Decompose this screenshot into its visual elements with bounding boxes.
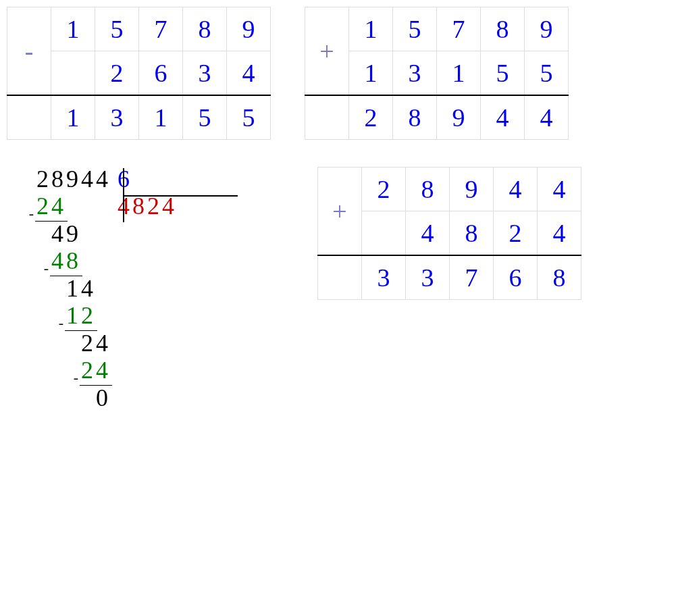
minus-sign-4: -	[65, 370, 78, 385]
add1-res4: 4	[481, 95, 525, 140]
sub-res1: 1	[51, 95, 95, 140]
quotient-d2: 8	[131, 194, 146, 218]
add1-res1: 2	[349, 95, 393, 140]
step2-bring-d1: 1	[65, 276, 80, 301]
step2-bring-d2: 4	[80, 276, 95, 301]
add1-r1c3: 7	[437, 7, 481, 51]
step3-bring-d2: 4	[95, 331, 109, 355]
sub-r2c1	[51, 51, 95, 96]
step4-sub-d1: 2	[80, 358, 95, 382]
addition2-operator: +	[318, 168, 362, 256]
add2-res-op	[318, 255, 362, 300]
sub-r1c3: 7	[139, 7, 183, 51]
step3-sub-d1: 1	[65, 303, 80, 328]
sub-r2c5: 4	[227, 51, 271, 96]
sub-r1c2: 5	[95, 7, 139, 51]
add1-res3: 9	[437, 95, 481, 140]
sub-r2c2: 2	[95, 51, 139, 96]
step3-bring-d1: 2	[80, 331, 95, 355]
sub-r2c4: 3	[183, 51, 227, 96]
add2-r1c2: 8	[406, 168, 450, 211]
add1-res-op	[305, 95, 349, 140]
add2-r2c2: 4	[406, 211, 450, 256]
add2-res3: 7	[450, 255, 494, 300]
dividend-d2: 8	[50, 167, 65, 191]
add2-res4: 6	[494, 255, 538, 300]
step1-sub-d2: 4	[50, 194, 65, 218]
add2-r2c3: 8	[450, 211, 494, 256]
quotient-d4: 4	[161, 194, 176, 218]
add1-r2c3: 1	[437, 51, 481, 96]
addition1-table: + 1 5 7 8 9 1 3 1 5 5 2 8 9 4 4	[305, 7, 569, 140]
subtraction-operator: -	[7, 7, 51, 96]
dividend-d5: 4	[95, 167, 109, 191]
step3-sub-d2: 2	[80, 303, 95, 328]
dividend-d3: 9	[65, 167, 80, 191]
add1-r1c5: 9	[525, 7, 569, 51]
subtraction-table: - 1 5 7 8 9 2 6 3 4 1 3 1 5 5	[7, 7, 271, 140]
sub-res4: 5	[183, 95, 227, 140]
sub-r2c3: 6	[139, 51, 183, 96]
dividend-d1: 2	[35, 167, 50, 191]
add2-r1c3: 9	[450, 168, 494, 211]
add1-r1c1: 1	[349, 7, 393, 51]
sub-r1c1: 1	[51, 7, 95, 51]
add1-r2c1: 1	[349, 51, 393, 96]
add2-r2c1	[362, 211, 406, 256]
step1-bring-d1: 4	[50, 222, 65, 246]
addition2-table: + 2 8 9 4 4 4 8 2 4 3 3 7 6 8	[317, 167, 581, 300]
sub-res3: 1	[139, 95, 183, 140]
sub-res5: 5	[227, 95, 271, 140]
step2-sub-d1: 4	[50, 249, 65, 273]
quotient-d3: 2	[146, 194, 161, 218]
minus-sign-1: -	[20, 206, 34, 221]
sub-r1c5: 9	[227, 7, 271, 51]
minus-sign-2: -	[35, 261, 49, 276]
step1-bring-d2: 9	[65, 222, 80, 246]
step2-sub-d2: 8	[65, 249, 80, 273]
step1-sub-d1: 2	[35, 194, 50, 218]
add2-r2c5: 4	[538, 211, 581, 256]
sub-r1c4: 8	[183, 7, 227, 51]
add1-res5: 4	[525, 95, 569, 140]
addition1-operator: +	[305, 7, 349, 96]
add2-res2: 3	[406, 255, 450, 300]
add1-res2: 8	[393, 95, 437, 140]
add1-r1c2: 5	[393, 7, 437, 51]
sub-res2: 3	[95, 95, 139, 140]
add2-r1c5: 4	[538, 168, 581, 211]
add1-r2c4: 5	[481, 51, 525, 96]
add2-r1c4: 4	[494, 168, 538, 211]
dividend-d4: 4	[80, 167, 95, 191]
add1-r1c4: 8	[481, 7, 525, 51]
minus-sign-3: -	[50, 315, 63, 330]
add2-r2c4: 2	[494, 211, 538, 256]
add2-res1: 3	[362, 255, 406, 300]
add1-r2c2: 3	[393, 51, 437, 96]
sub-res-op	[7, 95, 51, 140]
division-horizontal-rule	[123, 195, 238, 197]
remainder: 0	[95, 386, 109, 410]
add1-r2c5: 5	[525, 51, 569, 96]
long-division: 2 8 9 4 4 6 - 2 4 4 8 2 4 4 9	[20, 167, 263, 413]
step4-sub-d2: 4	[95, 358, 109, 382]
add2-r1c1: 2	[362, 168, 406, 211]
add2-res5: 8	[538, 255, 581, 300]
